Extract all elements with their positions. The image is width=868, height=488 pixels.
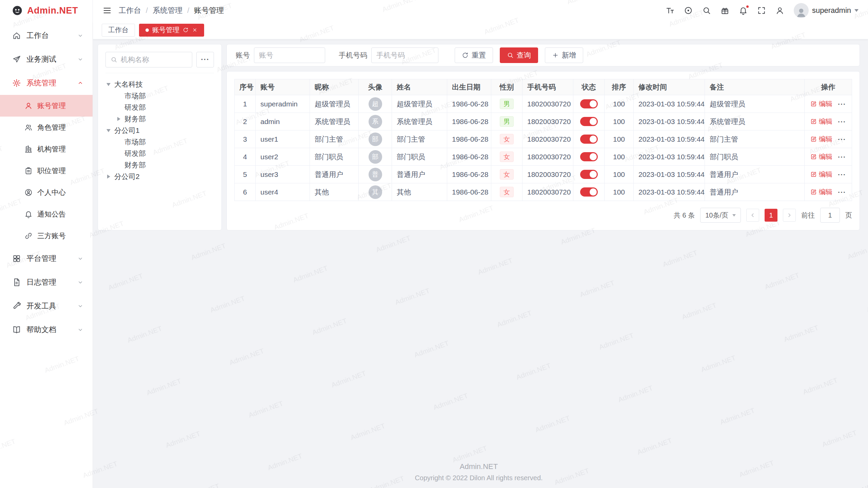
bell-icon <box>24 210 33 218</box>
row-more-button[interactable]: ··· <box>838 153 846 161</box>
logo[interactable]: Admin.NET <box>0 0 93 21</box>
sidebar-item-help-docs[interactable]: 帮助文档 <box>0 318 93 342</box>
fullscreen-icon[interactable] <box>757 6 766 15</box>
sidebar-item-third-party-account[interactable]: 三方账号 <box>0 225 93 247</box>
chevron-down-icon <box>77 279 84 286</box>
col-birth: 出生日期 <box>447 79 491 95</box>
sidebar-item-system-mgmt[interactable]: 系统管理 <box>0 71 93 95</box>
tree-node[interactable]: 财务部 <box>105 159 214 171</box>
sidebar-item-position-mgmt[interactable]: 职位管理 <box>0 160 93 182</box>
status-toggle[interactable] <box>580 135 598 144</box>
edit-button[interactable]: 编辑 <box>810 152 832 161</box>
account-input[interactable] <box>254 47 325 63</box>
sidebar-item-log-mgmt[interactable]: 日志管理 <box>0 270 93 294</box>
sidebar-item-role-mgmt[interactable]: 角色管理 <box>0 117 93 138</box>
caret-down-icon[interactable] <box>105 81 112 87</box>
add-button[interactable]: 新增 <box>545 47 583 63</box>
sidebar-item-account-mgmt[interactable]: 账号管理 <box>0 95 93 117</box>
tree-node[interactable]: 市场部 <box>105 136 214 148</box>
org-more-button[interactable]: ··· <box>196 52 214 67</box>
page-1-button[interactable]: 1 <box>765 209 777 222</box>
notification-icon[interactable] <box>739 6 748 15</box>
edit-button[interactable]: 编辑 <box>810 117 832 126</box>
edit-icon <box>810 118 817 125</box>
sidebar-item-personal-center[interactable]: 个人中心 <box>0 182 93 203</box>
goto-page-input[interactable] <box>820 208 840 223</box>
page-size-select[interactable]: 10条/页 <box>700 208 741 223</box>
account-field[interactable] <box>259 51 320 59</box>
row-more-button[interactable]: ··· <box>838 118 846 125</box>
status-toggle[interactable] <box>580 170 598 179</box>
status-toggle[interactable] <box>580 152 598 161</box>
row-more-button[interactable]: ··· <box>838 135 846 143</box>
refresh-icon[interactable] <box>183 27 189 33</box>
sidebar-item-platform-mgmt[interactable]: 平台管理 <box>0 247 93 270</box>
row-more-button[interactable]: ··· <box>838 170 846 178</box>
row-more-button[interactable]: ··· <box>838 100 846 108</box>
gift-icon[interactable] <box>721 6 729 15</box>
cell-phone: 18020030720 <box>522 148 573 166</box>
hamburger-icon[interactable] <box>102 6 112 15</box>
sidebar-item-notice[interactable]: 通知公告 <box>0 203 93 225</box>
cell-modified: 2023-01-03 10:59:44 <box>634 113 705 130</box>
row-avatar: 部 <box>369 150 382 164</box>
cell-sort: 100 <box>605 95 634 113</box>
search-icon[interactable] <box>702 6 711 15</box>
sidebar-item-dev-tools[interactable]: 开发工具 <box>0 294 93 318</box>
table-header-row: 序号 账号 昵称 头像 姓名 出生日期 性别 手机号码 状态 排序 <box>235 79 852 95</box>
active-tab-dot <box>145 28 149 32</box>
caret-right-icon[interactable] <box>105 174 112 180</box>
query-button[interactable]: 查询 <box>500 47 538 63</box>
row-more-button[interactable]: ··· <box>838 188 846 196</box>
col-nickname: 昵称 <box>310 79 359 95</box>
sidebar-item-org-mgmt[interactable]: 机构管理 <box>0 138 93 160</box>
chevron-down-icon <box>854 9 859 12</box>
tab-account-mgmt[interactable]: 账号管理 <box>139 24 204 37</box>
tree-node[interactable]: 大名科技 <box>105 79 214 90</box>
edit-button[interactable]: 编辑 <box>810 135 832 144</box>
reset-button[interactable]: 重置 <box>455 47 493 63</box>
col-phone: 手机号码 <box>522 79 573 95</box>
cell-avatar: 部 <box>359 130 392 148</box>
cell-avatar: 其 <box>359 183 392 201</box>
gender-badge: 男 <box>500 99 514 109</box>
profile-icon[interactable] <box>775 6 784 15</box>
close-icon[interactable] <box>192 27 198 33</box>
col-account: 账号 <box>256 79 310 95</box>
caret-right-icon[interactable] <box>116 116 122 122</box>
tab-workbench[interactable]: 工作台 <box>102 24 135 37</box>
chevron-down-icon <box>77 255 84 262</box>
font-size-icon[interactable] <box>666 6 674 15</box>
phone-input[interactable] <box>371 47 438 63</box>
prev-page-button[interactable] <box>746 209 759 222</box>
sidebar-item-business-test[interactable]: 业务测试 <box>0 47 93 71</box>
sidebar-item-workbench[interactable]: 工作台 <box>0 24 93 47</box>
cell-seq: 2 <box>235 113 256 130</box>
phone-field[interactable] <box>376 51 433 59</box>
breadcrumb-item[interactable]: 系统管理 <box>153 5 182 16</box>
status-toggle[interactable] <box>580 187 598 197</box>
tree-node[interactable]: 市场部 <box>105 90 214 102</box>
col-avatar: 头像 <box>359 79 392 95</box>
org-search-input[interactable] <box>105 52 192 67</box>
theme-icon[interactable] <box>684 6 693 15</box>
status-toggle[interactable] <box>580 99 598 108</box>
account-label: 账号 <box>236 50 250 60</box>
tree-node[interactable]: 财务部 <box>105 113 214 125</box>
breadcrumb-item[interactable]: 工作台 <box>119 5 141 16</box>
tab-label: 工作台 <box>108 25 129 35</box>
tree-node[interactable]: 研发部 <box>105 102 214 113</box>
status-toggle[interactable] <box>580 117 598 126</box>
user-menu[interactable]: superadmin <box>794 3 859 18</box>
tree-node-label: 市场部 <box>124 91 146 101</box>
next-page-button[interactable] <box>783 209 796 222</box>
edit-button[interactable]: 编辑 <box>810 170 832 179</box>
caret-down-icon[interactable] <box>105 127 112 134</box>
tree-node[interactable]: 研发部 <box>105 148 214 159</box>
edit-button[interactable]: 编辑 <box>810 187 832 197</box>
tree-node[interactable]: 分公司2 <box>105 171 214 182</box>
cell-avatar: 系 <box>359 113 392 130</box>
tree-node[interactable]: 分公司1 <box>105 125 214 136</box>
edit-button[interactable]: 编辑 <box>810 99 832 108</box>
org-search-field[interactable] <box>121 56 187 64</box>
